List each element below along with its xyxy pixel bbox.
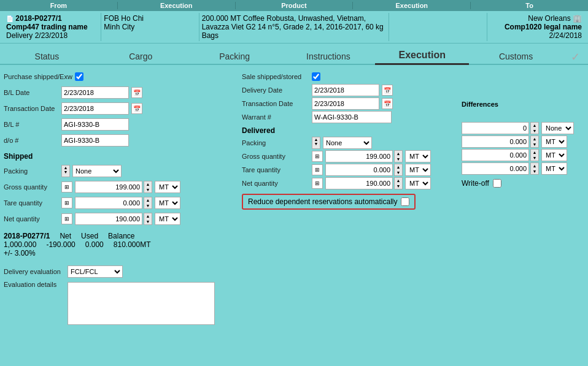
right-panel: Sale shipped/stored Delivery Date 📅 Tran… [242,70,584,357]
tare-qty-row: Tare quantity ⊞ ▲ ▼ MT [4,196,237,210]
diff-packing-input[interactable] [462,122,529,134]
diff-gross-spinner-btn[interactable]: ▲ ▼ [530,135,539,148]
right-gross-spinner-btn[interactable]: ▲ ▼ [394,150,403,162]
transaction-date-input[interactable] [61,102,129,115]
tare-qty-input[interactable] [75,197,142,209]
eval-details-textarea[interactable] [68,282,215,325]
diff-packing-spinner-group: ▲ ▼ [462,122,539,134]
delivery-eval-row: Delivery evaluation FCL/FCL [4,265,237,278]
writeoff-checkbox[interactable] [493,179,501,188]
balance-section: 2018-P0277/1 Net Used Balance 1,000.000 … [4,232,237,257]
differences-label: Differences [462,101,584,108]
reduce-checkbox[interactable] [401,197,409,206]
info-bar: 📄 2018-P0277/1 Comp447 trading name Deli… [0,11,588,44]
right-gross-qty-row: Gross quantity ⊞ ▲ ▼ MT [242,150,455,163]
do-hash-label: d/o # [4,137,59,144]
packing-spinner[interactable]: ▲ ▼ [61,165,70,177]
right-net-qty-input[interactable] [325,177,393,189]
tab-customs[interactable]: Customs [469,49,563,65]
info-from: 📄 2018-P0277/1 Comp447 trading name Deli… [4,13,101,41]
diff-net-unit-select[interactable]: MT [541,162,567,175]
diff-net-input[interactable] [462,162,529,175]
diff-tare-unit-select[interactable]: MT [541,149,567,161]
delivery-eval-select[interactable]: FCL/FCL [68,265,123,278]
sale-checkbox[interactable] [312,72,320,81]
purchase-checkbox[interactable] [75,72,83,81]
net-qty-input[interactable] [75,213,142,225]
diff-packing-spinner-btn[interactable]: ▲ ▼ [530,122,539,134]
header-execution1: Execution [118,2,236,9]
right-transaction-date-row: Transaction Date 📅 [242,97,455,110]
gross-grid-icon[interactable]: ⊞ [61,181,72,193]
right-net-grid-icon[interactable]: ⊞ [312,178,323,189]
to-city: New Orleans [528,14,570,23]
right-gross-qty-input[interactable] [325,150,393,162]
packing-label: Packing [4,167,59,175]
warrant-input[interactable] [312,111,392,123]
tare-unit-select[interactable]: MT [155,197,180,209]
net-qty-label: Net quantity [4,215,59,223]
header-product: Product [236,2,354,9]
tare-grid-icon[interactable]: ⊞ [61,197,72,208]
right-tare-qty-input[interactable] [325,164,393,176]
net-grid-icon[interactable]: ⊞ [61,213,72,224]
diff-tare-spinner-btn[interactable]: ▲ ▼ [530,149,539,161]
net-spinner-btn[interactable]: ▲ ▼ [144,213,152,225]
gross-qty-input[interactable] [75,181,142,193]
bl-hash-input[interactable] [61,118,129,131]
sale-label: Sale shipped/stored [242,73,309,80]
right-transaction-date-input[interactable] [312,97,379,110]
left-panel: Purchase shipped/Exw B/L Date 📅 Transact… [4,70,237,357]
right-columns: Sale shipped/stored Delivery Date 📅 Tran… [242,70,584,210]
tare-spinner-group: ▲ ▼ [75,197,152,209]
balance-header-row: 2018-P0277/1 Net Used Balance [4,232,237,240]
tab-cargo[interactable]: Cargo [94,49,188,65]
delivery-date-cal-icon[interactable]: 📅 [382,85,393,96]
tab-checkmark: ✓ [563,50,588,64]
diff-packing-row: ▲ ▼ None [462,121,584,135]
gross-unit-select[interactable]: MT [155,181,180,193]
to-date: 2/24/2018 [490,31,582,40]
header-execution2: Execution [353,2,471,9]
balance-net-label: Net [60,232,71,240]
right-net-spinner-btn[interactable]: ▲ ▼ [394,177,403,189]
gross-spinner-btn[interactable]: ▲ ▼ [144,181,152,193]
reduce-box: Reduce dependent reservations automatica… [242,194,416,210]
tab-status[interactable]: Status [0,49,94,65]
col-diff: Differences ▲ ▼ None [462,70,584,210]
right-tare-qty-row: Tare quantity ⊞ ▲ ▼ MT [242,163,455,177]
do-hash-row: d/o # [4,134,237,147]
right-tare-spinner-btn[interactable]: ▲ ▼ [394,164,403,176]
bl-hash-label: B/L # [4,121,59,128]
right-tare-spinner-group: ▲ ▼ [325,164,403,176]
right-tare-unit-select[interactable]: MT [405,164,431,176]
right-packing-spinner[interactable]: ▲ ▼ [312,137,320,149]
tare-spinner-btn[interactable]: ▲ ▼ [144,197,152,209]
do-hash-input[interactable] [61,134,129,147]
right-tare-grid-icon[interactable]: ⊞ [312,164,323,175]
packing-select[interactable]: None [72,165,122,177]
right-net-unit-select[interactable]: MT [405,177,431,189]
tab-packing[interactable]: Packing [188,49,282,65]
tab-execution[interactable]: Execution [375,47,469,65]
tab-instructions[interactable]: Instructions [281,49,375,65]
bl-date-input[interactable] [61,86,129,99]
bl-date-cal-icon[interactable]: 📅 [131,87,142,98]
exec-line1: FOB Ho Chi [104,14,196,23]
diff-packing-unit-select[interactable]: None [541,122,574,134]
diff-tare-input[interactable] [462,149,529,161]
right-gross-grid-icon[interactable]: ⊞ [312,151,323,162]
diff-net-spinner-btn[interactable]: ▲ ▼ [530,162,539,175]
diff-gross-input[interactable] [462,135,529,148]
right-transaction-date-cal-icon[interactable]: 📅 [382,98,393,109]
right-packing-select[interactable]: None [323,137,372,149]
balance-net-value: -190.000 [46,240,75,249]
transaction-date-cal-icon[interactable]: 📅 [131,103,142,114]
col-main: Sale shipped/stored Delivery Date 📅 Tran… [242,70,455,210]
info-exec2 [389,13,487,41]
net-unit-select[interactable]: MT [155,213,180,225]
right-gross-unit-select[interactable]: MT [405,150,431,162]
shipped-title: Shipped [4,152,237,161]
diff-gross-unit-select[interactable]: MT [541,135,567,148]
delivery-date-input[interactable] [312,84,379,96]
